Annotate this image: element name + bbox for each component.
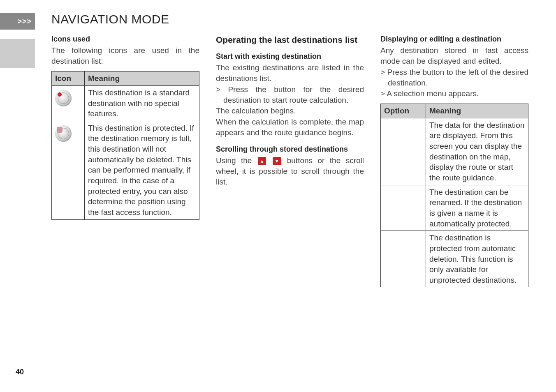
icons-table-row1-meaning: This destination is a standard destinati…	[85, 85, 199, 121]
icon-standard-destination	[52, 85, 85, 121]
selection-menu-item: > A selection menu appears.	[380, 88, 528, 99]
arrow-up-icon: ▲	[258, 157, 266, 165]
start-existing-heading: Start with existing destination	[216, 52, 364, 61]
icons-table-row2-meaning: This destination is protected. If the de…	[85, 121, 199, 219]
calculation-complete-text: When the calculation is complete, the ma…	[216, 117, 364, 138]
options-table-header-meaning: Meaning	[426, 104, 528, 118]
icons-table: Icon Meaning This destination is a stand…	[51, 71, 199, 219]
side-tab	[0, 39, 35, 68]
options-table: Option Meaning The data for the destinat…	[380, 104, 528, 287]
operating-list-heading: Operating the last destinations list	[216, 35, 364, 45]
icons-used-heading: Icons used	[51, 35, 199, 44]
globe-lock-icon	[55, 125, 72, 142]
options-table-header-option: Option	[381, 104, 426, 118]
icons-table-header-meaning: Meaning	[85, 71, 199, 86]
scrolling-heading: Scrolling through stored destinations	[216, 145, 364, 154]
press-button-desired-item: > Press the button for the desired desti…	[216, 84, 364, 105]
scrolling-text: Using the ▲ ▼ buttons or the scroll whee…	[216, 155, 364, 187]
displaying-editing-heading: Displaying or editing a destination	[380, 35, 528, 44]
content-area: Icons used The following icons are used …	[51, 35, 556, 287]
existing-destinations-text: The existing destinations are listed in …	[216, 62, 364, 83]
options-table-row3-option	[381, 231, 426, 287]
column-2: Operating the last destinations list Sta…	[216, 35, 364, 287]
options-table-row3-meaning: The destination is protected from automa…	[426, 231, 528, 287]
any-destination-text: Any destination stored in fast access mo…	[380, 45, 528, 66]
page-title: NAVIGATION MODE	[51, 12, 169, 26]
arrow-down-icon: ▼	[273, 157, 281, 165]
globe-icon	[55, 90, 72, 106]
options-table-row1-option	[381, 118, 426, 185]
icons-table-header-icon: Icon	[52, 71, 85, 86]
options-table-row1-meaning: The data for the destination are display…	[426, 118, 528, 185]
column-1: Icons used The following icons are used …	[51, 35, 199, 287]
icons-used-intro: The following icons are used in the dest…	[51, 45, 199, 66]
header-divider	[51, 29, 556, 29]
press-button-left-item: > Press the button to the left of the de…	[380, 67, 528, 88]
options-table-row2-option	[381, 185, 426, 231]
header-tab: >>>	[0, 13, 35, 30]
icon-protected-destination	[52, 121, 85, 219]
options-table-row2-meaning: The destination can be renamed. If the d…	[426, 185, 528, 231]
column-3: Displaying or editing a destination Any …	[380, 35, 528, 287]
page-number: 40	[16, 368, 24, 376]
calculation-begins-text: The calculation begins.	[216, 106, 364, 116]
